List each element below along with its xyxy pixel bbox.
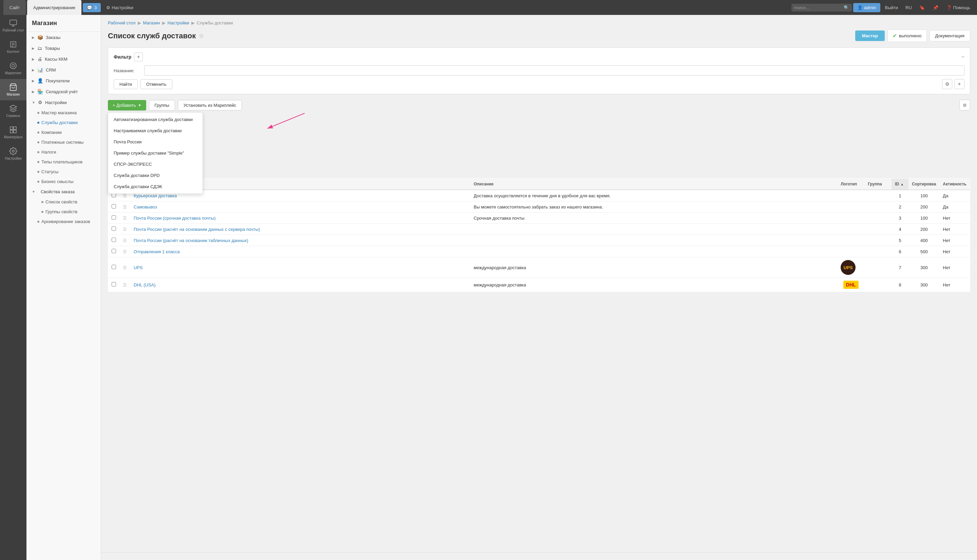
- row-group-3: [864, 213, 892, 224]
- done-btn[interactable]: ✔ выполнено: [887, 30, 927, 42]
- drag-handle-5[interactable]: ☰: [119, 235, 130, 246]
- groups-btn[interactable]: Группы: [149, 100, 175, 110]
- add-dropdown-menu: Автоматизированная служба доставки Настр…: [108, 112, 203, 194]
- row-group-7: [864, 257, 892, 278]
- dropdown-item-4[interactable]: СПСР-ЭКСПРЕСС: [108, 158, 202, 170]
- help-btn[interactable]: ❓ Помощь: [943, 3, 974, 12]
- chat-icon: 💬: [87, 5, 92, 10]
- nav-buyers[interactable]: ▶ 👤 Покупатели: [27, 75, 101, 86]
- nav-sub-statuses[interactable]: Статусы: [27, 167, 101, 177]
- row-checkbox-7[interactable]: [112, 265, 116, 269]
- row-group-5: [864, 235, 892, 246]
- row-name-link-1[interactable]: Курьерская доставка: [134, 193, 177, 198]
- row-checkbox-6[interactable]: [112, 249, 116, 253]
- cancel-btn[interactable]: Отменить: [140, 79, 172, 89]
- th-sort[interactable]: Сортировка: [909, 178, 939, 190]
- sidebar-icon-shop[interactable]: Магазин: [0, 79, 27, 100]
- nav-sub-archiving[interactable]: Архивирование заказов: [27, 217, 101, 227]
- pin-btn[interactable]: 📌: [930, 3, 942, 12]
- svg-rect-9: [13, 127, 16, 130]
- drag-handle-8[interactable]: ☰: [119, 278, 130, 292]
- row-group-1: [864, 190, 892, 202]
- nav-orders[interactable]: ▶ 📦 Заказы: [27, 32, 101, 43]
- docs-btn[interactable]: Документация: [930, 30, 970, 42]
- row-sort-1: 100: [909, 190, 939, 202]
- filter-collapse-btn[interactable]: −: [961, 54, 964, 60]
- row-name-link-2[interactable]: Самовывоз: [134, 204, 157, 210]
- sidebar-icon-settings[interactable]: Настройки: [0, 143, 27, 164]
- nav-kkm[interactable]: ▶ 🖨 Кассы ККМ: [27, 53, 101, 64]
- add-btn[interactable]: + Добавить ▼: [108, 100, 146, 110]
- filter-panel: Фильтр + − Название: Найти Отменить ⚙ +: [108, 47, 970, 94]
- filter-name-input[interactable]: [144, 65, 964, 76]
- nav-dot-payer-types: [37, 161, 39, 163]
- dropdown-item-2[interactable]: Почта России: [108, 136, 202, 147]
- tab-site[interactable]: Сайт: [3, 0, 26, 15]
- row-name-link-5[interactable]: Почта России (расчёт на основании таблич…: [134, 238, 248, 243]
- dropdown-item-0[interactable]: Автоматизированная служба доставки: [108, 114, 202, 125]
- nav-sub-companies[interactable]: Компании: [27, 127, 101, 137]
- breadcrumb-desktop[interactable]: Рабочий стол: [108, 20, 136, 25]
- settings-btn[interactable]: ⚙ Настройки: [102, 3, 137, 12]
- filter-add-btn[interactable]: +: [134, 53, 143, 62]
- nav-sub-payer-types[interactable]: Типы плательщиков: [27, 157, 101, 167]
- notifications-btn[interactable]: 💬 3: [83, 3, 101, 12]
- nav-dot-delivery: [37, 122, 39, 124]
- row-checkbox-2[interactable]: [112, 204, 116, 208]
- breadcrumb-shop[interactable]: Магазин: [143, 20, 160, 25]
- page-header: Список служб доставок ☆ Мастер ✔ выполне…: [108, 30, 970, 42]
- filter-plus-btn[interactable]: +: [954, 79, 964, 89]
- row-checkbox-4[interactable]: [112, 227, 116, 231]
- drag-handle-3[interactable]: ☰: [119, 213, 130, 224]
- nav-sub-payment[interactable]: Платежные системы: [27, 137, 101, 147]
- row-checkbox-5[interactable]: [112, 238, 116, 242]
- exit-btn[interactable]: Выйти: [882, 3, 902, 12]
- drag-handle-2[interactable]: ☰: [119, 202, 130, 213]
- table-row: ☰ UPS международная доставка UPS 7 300 Н…: [108, 257, 970, 278]
- table-gear-btn[interactable]: ⚙: [959, 100, 970, 110]
- sidebar-icon-content[interactable]: Контент: [0, 36, 27, 58]
- dropdown-item-1[interactable]: Настраиваемая служба доставки: [108, 125, 202, 136]
- nav-sub-delivery[interactable]: Службы доставки: [27, 118, 101, 127]
- nav-sub-props-list[interactable]: Список свойств: [27, 197, 101, 207]
- user-menu[interactable]: 👤 admin: [853, 3, 880, 12]
- nav-settings[interactable]: ▼ ⚙ Настройки: [27, 97, 101, 108]
- row-name-link-8[interactable]: DHL (USA): [134, 282, 156, 287]
- marketplace-btn[interactable]: Установить из Маркплейс: [178, 100, 242, 110]
- search-input[interactable]: [794, 5, 842, 10]
- language-selector[interactable]: RU: [903, 3, 915, 12]
- nav-goods[interactable]: ▶ 🗂 Товары: [27, 43, 101, 53]
- dropdown-item-5[interactable]: Служба доставки DPD: [108, 170, 202, 181]
- drag-handle-7[interactable]: ☰: [119, 257, 130, 278]
- sidebar-icon-services[interactable]: Сервисы: [0, 100, 27, 122]
- nav-sub-props-groups[interactable]: Группы свойств: [27, 207, 101, 217]
- sidebar-icon-marketplace[interactable]: Marketplace: [0, 122, 27, 143]
- master-btn[interactable]: Мастер: [855, 30, 885, 41]
- row-name-link-4[interactable]: Почта России (расчёт на основании данных…: [134, 227, 260, 232]
- bookmarks-btn[interactable]: 🔖: [916, 3, 928, 12]
- nav-warehouse[interactable]: ▶ 🏪 Складской учёт: [27, 86, 101, 97]
- row-checkbox-3[interactable]: [112, 215, 116, 220]
- row-name-link-3[interactable]: Почта России (срочная доставка почты): [134, 216, 215, 221]
- help-icon: ❓: [947, 5, 952, 10]
- drag-handle-6[interactable]: ☰: [119, 246, 130, 257]
- sidebar-icon-desktop[interactable]: Рабочий стол: [0, 15, 27, 36]
- nav-sub-business[interactable]: Бизнес смыслы: [27, 177, 101, 187]
- find-btn[interactable]: Найти: [114, 79, 138, 89]
- th-id[interactable]: ID ▲: [892, 178, 909, 190]
- drag-handle-4[interactable]: ☰: [119, 224, 130, 235]
- favorite-star[interactable]: ☆: [199, 32, 204, 40]
- breadcrumb-settings[interactable]: Настройки: [168, 20, 189, 25]
- nav-crm[interactable]: ▶ 📊 CRM: [27, 64, 101, 75]
- dropdown-item-6[interactable]: Служба доставки СДЭК: [108, 181, 202, 192]
- nav-order-props[interactable]: ▼ Свойства заказа: [27, 187, 101, 197]
- sidebar-icon-marketing[interactable]: Маркетинг: [0, 58, 27, 79]
- filter-gear-btn[interactable]: ⚙: [942, 79, 952, 89]
- row-name-link-6[interactable]: Отправления 1 класса: [134, 249, 180, 254]
- row-checkbox-8[interactable]: [112, 282, 116, 287]
- dropdown-item-3[interactable]: Пример службы доставки "Simple": [108, 147, 202, 158]
- row-name-link-7[interactable]: UPS: [134, 265, 143, 270]
- tab-admin[interactable]: Администрирование: [27, 0, 82, 15]
- nav-sub-taxes[interactable]: Налоги: [27, 147, 101, 157]
- nav-sub-master[interactable]: Мастер магазина: [27, 108, 101, 118]
